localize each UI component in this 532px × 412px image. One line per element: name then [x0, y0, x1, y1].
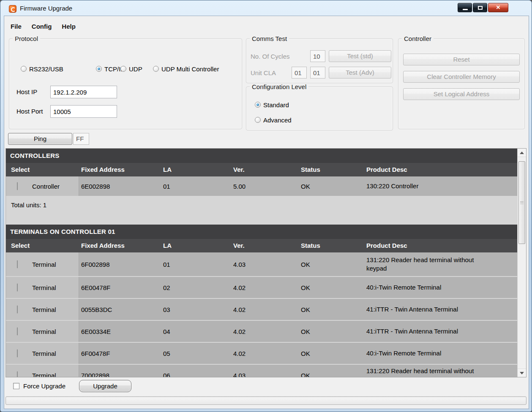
unit-type-label: Terminal — [32, 328, 56, 335]
terminal-select-checkbox[interactable] — [17, 284, 18, 292]
terminal-select-checkbox[interactable] — [17, 371, 18, 378]
terminal-select-checkbox[interactable] — [17, 350, 18, 358]
radio-rs232-usb[interactable] — [21, 66, 27, 72]
menu-config[interactable]: Config — [32, 22, 52, 32]
ver-cell: 4.02 — [233, 284, 246, 291]
maximize-icon — [478, 6, 483, 10]
test-std-button[interactable]: Test (std) — [329, 50, 391, 62]
terminal-select-checkbox[interactable] — [17, 260, 18, 268]
firmware-upgrade-window: Firmware Upgrade ✕ File Config Help Prot… — [0, 0, 532, 412]
terminal-select-checkbox[interactable] — [17, 328, 18, 336]
total-units-label: Total units: 1 — [6, 197, 518, 225]
radio-standard-label: Standard — [263, 101, 289, 108]
radio-rs232-usb-label: RS232/USB — [29, 65, 63, 73]
col-status: Status — [301, 163, 320, 176]
radio-advanced-label: Advanced — [263, 117, 292, 124]
ver-cell: 4.02 — [233, 306, 246, 313]
menu-file[interactable]: File — [11, 22, 22, 32]
ver-cell: 4.03 — [233, 261, 246, 268]
la-cell: 02 — [163, 284, 170, 291]
ver-cell: 4.02 — [233, 350, 246, 357]
unit-type-label: Terminal — [32, 350, 56, 357]
col-status: Status — [301, 239, 320, 252]
close-button[interactable]: ✕ — [488, 3, 508, 12]
product-desc-cell: 40:i-Twin Remote Terminal — [366, 349, 493, 358]
configuration-level-group-title: Configuration Level — [250, 83, 308, 90]
host-port-label: Host Port — [16, 108, 43, 115]
unit-cla-label: Unit CLA — [251, 69, 276, 76]
terminal-row: Terminal 6E00334E 04 4.02 OK 41:iTTR - T… — [6, 321, 518, 343]
minimize-button[interactable] — [458, 3, 472, 12]
status-cell: OK — [301, 350, 310, 357]
scrollbar-thumb[interactable] — [518, 161, 525, 244]
close-icon: ✕ — [488, 3, 508, 12]
scroll-up-icon — [520, 152, 524, 154]
col-select: Select — [11, 239, 30, 252]
titlebar[interactable]: Firmware Upgrade ✕ — [0, 0, 532, 16]
ver-cell: 5.00 — [233, 183, 246, 190]
host-port-input[interactable] — [50, 105, 117, 118]
radio-udp-multi[interactable] — [153, 66, 159, 72]
unit-type-label: Terminal — [32, 261, 56, 268]
reset-button[interactable]: Reset — [403, 54, 520, 65]
host-ip-label: Host IP — [16, 88, 37, 95]
status-cell: OK — [301, 284, 310, 291]
protocol-group-title: Protocol — [13, 35, 40, 42]
clear-controller-memory-button[interactable]: Clear Controller Memory — [403, 71, 520, 83]
col-la: LA — [163, 163, 172, 176]
la-cell: 06 — [163, 372, 170, 378]
comms-test-group-title: Comms Test — [250, 35, 289, 42]
unit-type-label: Terminal — [32, 284, 56, 291]
radio-udp-multi-label: UDP Multi Controller — [161, 65, 219, 73]
status-cell: OK — [301, 372, 310, 378]
controllers-column-header: Select Fixed Address LA Ver. Status Prod… — [6, 163, 518, 176]
vertical-scrollbar[interactable] — [517, 149, 526, 377]
minimize-icon — [463, 9, 468, 10]
col-product-desc: Product Desc — [366, 163, 407, 176]
col-fixed-address: Fixed Address — [81, 239, 125, 252]
force-upgrade-checkbox[interactable] — [13, 383, 19, 389]
col-fixed-address: Fixed Address — [81, 163, 125, 176]
scroll-up-button[interactable] — [518, 149, 526, 157]
units-list-panel: CONTROLLERS Select Fixed Address LA Ver.… — [5, 148, 527, 377]
radio-tcpip[interactable] — [96, 66, 102, 72]
controller-select-checkbox[interactable] — [17, 182, 18, 190]
scroll-down-button[interactable] — [518, 369, 526, 377]
radio-standard[interactable] — [255, 102, 261, 108]
col-product-desc: Product Desc — [366, 239, 407, 252]
test-adv-button[interactable]: Test (Adv) — [329, 67, 391, 79]
unit-cla-input-2[interactable] — [310, 67, 325, 79]
cycles-input[interactable] — [310, 50, 325, 62]
ping-button[interactable]: Ping — [8, 133, 72, 145]
radio-udp-label: UDP — [129, 65, 142, 73]
col-ver: Ver. — [233, 239, 245, 252]
menu-help[interactable]: Help — [62, 22, 76, 32]
set-logical-address-button[interactable]: Set Logical Address — [403, 88, 520, 100]
status-cell: OK — [301, 306, 310, 313]
host-ip-input[interactable] — [50, 86, 117, 98]
upgrade-button[interactable]: Upgrade — [79, 380, 131, 392]
col-ver: Ver. — [233, 163, 245, 176]
terminals-section-header: TERMINALS ON CONTROLLER 01 — [6, 225, 518, 239]
unit-cla-input-1[interactable] — [292, 67, 307, 79]
menubar: File Config Help — [11, 22, 76, 32]
fixed-address-cell: 6E00334E — [81, 328, 111, 335]
terminal-select-checkbox[interactable] — [17, 306, 18, 314]
product-desc-cell: 131:220 Reader head terminal without key… — [366, 367, 493, 377]
la-cell: 01 — [163, 183, 170, 190]
ping-value-field[interactable]: FF — [73, 133, 89, 145]
fixed-address-cell: 6F002898 — [81, 261, 110, 268]
radio-advanced[interactable] — [255, 117, 261, 123]
app-icon — [9, 5, 16, 13]
col-la: LA — [163, 239, 172, 252]
window-controls: ✕ — [458, 3, 508, 12]
controller-row: Controller 6E002898 01 5.00 OK 130:220 C… — [6, 176, 518, 197]
terminal-row: Terminal 6F002898 01 4.03 OK 131:220 Rea… — [6, 252, 518, 277]
fixed-address-cell: 6E00478F — [81, 284, 110, 291]
maximize-button[interactable] — [473, 3, 487, 12]
force-upgrade-label: Force Upgrade — [23, 382, 65, 390]
upgrade-progress-bar — [5, 396, 527, 405]
radio-udp[interactable] — [120, 66, 126, 72]
fixed-address-cell: 6F00478F — [81, 350, 110, 357]
unit-type-label: Terminal — [32, 372, 56, 378]
